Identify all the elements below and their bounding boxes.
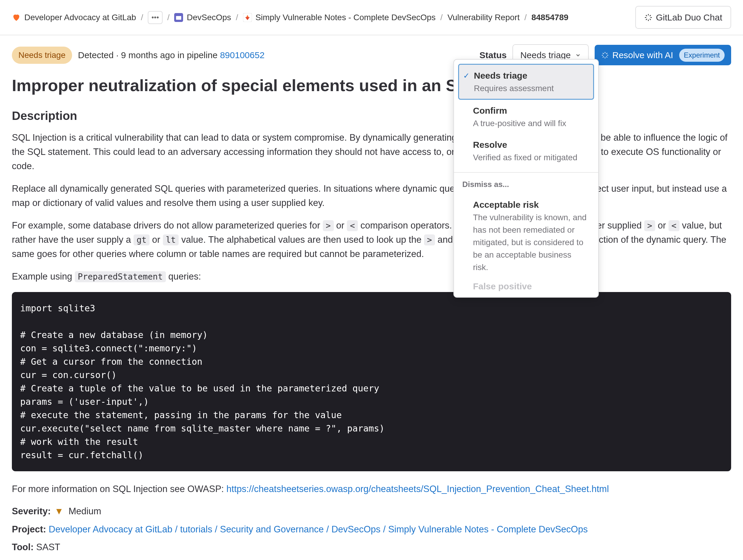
- chevron-down-icon: [575, 52, 581, 58]
- code-inline: >: [323, 220, 334, 231]
- status-row: Needs triage Detected · 9 months ago in …: [12, 44, 731, 66]
- dropdown-item-title: Confirm: [473, 104, 589, 117]
- breadcrumbs: Developer Advocacy at GitLab / ••• / Dev…: [12, 11, 569, 24]
- project-link[interactable]: Developer Advocacy at GitLab / tutorials…: [49, 524, 588, 534]
- meta-value: SAST: [36, 542, 60, 552]
- breadcrumb-item[interactable]: DevSecOps: [174, 11, 231, 24]
- code-inline: PreparedStatement: [75, 271, 166, 282]
- svg-rect-1: [176, 16, 182, 20]
- dropdown-item-title: Acceptable risk: [473, 198, 589, 211]
- sparkle-icon: [601, 51, 609, 59]
- breadcrumb-separator: /: [236, 11, 238, 24]
- duo-chat-button[interactable]: GitLab Duo Chat: [635, 6, 731, 29]
- breadcrumb-separator: /: [440, 11, 443, 24]
- dropdown-item-sub: Requires assessment: [474, 82, 588, 95]
- dropdown-item-sub: Verified as fixed or mitigated: [473, 152, 589, 164]
- gitlab-heart-icon: [12, 13, 21, 22]
- experiment-badge: Experiment: [679, 49, 725, 62]
- meta-severity: Severity: ▼ Medium: [12, 505, 731, 518]
- meta-label: Project:: [12, 524, 46, 534]
- code-inline: >: [644, 220, 655, 231]
- code-inline: gt: [134, 234, 149, 246]
- breadcrumb-label[interactable]: Simply Vulnerable Notes - Complete DevSe…: [256, 11, 436, 24]
- description-paragraph: Replace all dynamically generated SQL qu…: [12, 182, 731, 210]
- dropdown-item-acceptable-risk[interactable]: Acceptable risk The vulnerability is kno…: [458, 194, 594, 278]
- folder-icon: [174, 13, 183, 22]
- meta-scanner: Scanner: Semgrep: [12, 559, 731, 560]
- dropdown-item-sub: The vulnerability is known, and has not …: [473, 211, 589, 274]
- description-paragraph: Example using PreparedStatement queries:: [12, 269, 731, 284]
- dropdown-item-title: Resolve: [473, 138, 589, 152]
- dropdown-item-needs-triage[interactable]: ✓ Needs triage Requires assessment: [458, 64, 594, 100]
- dropdown-item-title: Needs triage: [474, 69, 588, 82]
- description-paragraph: SQL Injection is a critical vulnerabilit…: [12, 131, 731, 173]
- dropdown-item-sub: A true-positive and will fix: [473, 117, 589, 130]
- detected-prefix: Detected · 9 months ago in pipeline: [78, 50, 220, 60]
- meta-value: Medium: [69, 506, 101, 516]
- meta-label: Tool:: [12, 542, 34, 552]
- code-inline: >: [424, 234, 435, 246]
- resolve-ai-label: Resolve with AI: [612, 48, 673, 62]
- breadcrumb-separator: /: [141, 11, 143, 24]
- code-block: import sqlite3 # Create a new database (…: [12, 292, 731, 471]
- section-description: Description: [12, 107, 731, 125]
- duo-chat-label: GitLab Duo Chat: [656, 11, 722, 24]
- severity-icon: ▼: [55, 505, 64, 518]
- breadcrumb-item[interactable]: Simply Vulnerable Notes - Complete DevSe…: [243, 11, 436, 24]
- code-inline: lt: [163, 234, 179, 246]
- breadcrumb-separator: /: [524, 11, 527, 24]
- pipeline-link[interactable]: 890100652: [220, 50, 264, 60]
- sparkle-icon: [644, 13, 653, 21]
- top-bar: Developer Advocacy at GitLab / ••• / Dev…: [0, 0, 743, 35]
- description-paragraph: For example, some database drivers do no…: [12, 218, 731, 261]
- status-dropdown-panel: ✓ Needs triage Requires assessment Confi…: [453, 59, 599, 298]
- owasp-link[interactable]: https://cheatsheetseries.owasp.org/cheat…: [226, 484, 609, 494]
- dropdown-separator: [454, 172, 598, 173]
- breadcrumb-current: 84854789: [531, 11, 569, 24]
- triage-badge: Needs triage: [12, 47, 72, 64]
- page-title: Improper neutralization of special eleme…: [12, 73, 731, 98]
- meta-project: Project: Developer Advocacy at GitLab / …: [12, 523, 731, 536]
- dropdown-item-resolve[interactable]: Resolve Verified as fixed or mitigated: [458, 134, 594, 168]
- check-icon: ✓: [463, 70, 470, 82]
- resolve-with-ai-button[interactable]: Resolve with AI Experiment: [595, 45, 731, 65]
- breadcrumb-separator: /: [167, 11, 170, 24]
- dropdown-item-confirm[interactable]: Confirm A true-positive and will fix: [458, 100, 594, 134]
- code-inline: <: [668, 220, 680, 231]
- detected-text: Detected · 9 months ago in pipeline 8901…: [78, 48, 265, 62]
- project-icon: [243, 13, 252, 22]
- breadcrumb-ellipsis-button[interactable]: •••: [148, 11, 162, 24]
- meta-tool: Tool: SAST: [12, 541, 731, 554]
- more-info-prefix: For more information on SQL Injection se…: [12, 484, 226, 494]
- breadcrumb-item[interactable]: Developer Advocacy at GitLab: [12, 11, 136, 24]
- breadcrumb-item[interactable]: Vulnerability Report: [447, 11, 520, 24]
- more-info: For more information on SQL Injection se…: [12, 482, 731, 496]
- dropdown-item-faded: False positive: [458, 278, 594, 293]
- meta-label: Severity:: [12, 506, 51, 516]
- code-inline: <: [347, 220, 358, 231]
- dropdown-group-label: Dismiss as...: [458, 177, 594, 194]
- breadcrumb-label[interactable]: DevSecOps: [187, 11, 231, 24]
- breadcrumb-label[interactable]: Developer Advocacy at GitLab: [24, 11, 136, 24]
